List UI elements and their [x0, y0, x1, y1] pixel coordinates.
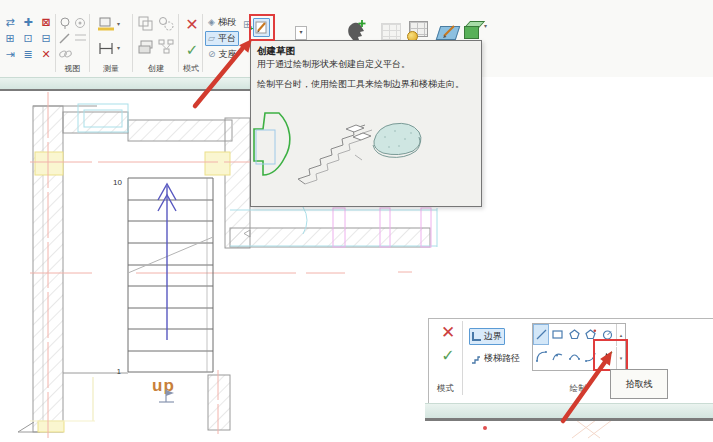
tooltip-body-2: 绘制平台时，使用绘图工具来绘制边界和楼梯走向。: [257, 78, 464, 91]
aligned-dimension-icon[interactable]: [97, 40, 115, 57]
railing-sketch-button[interactable]: [436, 23, 460, 41]
red-dot-mark: [483, 426, 487, 430]
riser-number-top: 10: [113, 178, 122, 187]
stair-path-label: 楼梯路径: [484, 352, 520, 365]
stair-path-icon: [471, 354, 481, 364]
schedule-nodes-icon[interactable]: [157, 38, 175, 56]
pick-line-tooltip-text: 拾取线: [626, 378, 653, 391]
cancel-sketch-button-2[interactable]: ✕: [439, 323, 457, 343]
delete-icon[interactable]: ✕: [38, 47, 54, 62]
modify-tool-icon[interactable]: ⊠: [38, 15, 54, 30]
gallery-dropdown-button[interactable]: ▾: [295, 26, 307, 40]
group-label-measure: 测量: [90, 64, 132, 74]
chevron-down-icon[interactable]: ▾: [484, 22, 487, 29]
pencil-icon: [442, 23, 458, 39]
set-workplane-icon[interactable]: [97, 16, 115, 33]
show-components-button[interactable]: [407, 21, 429, 42]
stair-path-button[interactable]: 楼梯路径: [469, 351, 522, 366]
app-window: 10 1 up ⇄ ✚ ⊠ ⊞ ⊡ ⊟ ⇥ ≣ ✕: [0, 0, 713, 442]
group-label-create: 创建: [134, 64, 178, 74]
chain-link-icon[interactable]: [58, 47, 74, 61]
pin-icon[interactable]: ⊟: [38, 31, 54, 46]
boundary-button[interactable]: 边界: [469, 328, 505, 345]
stairs-3d-sketch: [298, 125, 372, 184]
cube-front-face: [464, 26, 479, 39]
plan-highlight-yellow: [35, 152, 230, 432]
check-icon: ✓: [441, 347, 454, 364]
blue-inner-rect: [256, 130, 275, 164]
riser-number-bottom: 1: [117, 367, 121, 376]
group-separator: [132, 14, 133, 72]
dropdown-icon[interactable]: ▾: [117, 20, 120, 27]
tooltip-illustration: [253, 99, 479, 202]
pencil-guides-icon[interactable]: [58, 31, 88, 45]
lightbulb-icon[interactable]: [58, 15, 88, 31]
create-sketch-tooltip: 创建草图 用于通过绘制形状来创建自定义平台。 绘制平台时，使用绘图工具来绘制边界…: [250, 40, 482, 207]
modify-tool-icon[interactable]: ⊡: [20, 31, 36, 46]
modify-tool-icon[interactable]: ≣: [20, 47, 36, 62]
boundary-label: 边界: [484, 330, 502, 343]
stair-break-line: [128, 237, 213, 273]
modify-tool-icon[interactable]: ⇄: [2, 15, 18, 30]
landing-platform: [374, 123, 421, 154]
finish-sketch-button-2[interactable]: ✓: [439, 346, 457, 366]
chevron-down-icon: ▾: [299, 29, 302, 35]
panel-separator: [462, 321, 463, 395]
create-parts-icon[interactable]: [137, 38, 155, 56]
modify-tool-icon[interactable]: ✚: [20, 15, 36, 30]
dropdown-icon[interactable]: ▾: [117, 44, 120, 51]
group-label-view: 视图: [56, 64, 89, 74]
ref-plane-icon[interactable]: [137, 15, 155, 33]
tooltip-body-1: 用于通过绘制形状来创建自定义平台。: [257, 58, 410, 71]
edit-sketch-button-disabled[interactable]: [381, 23, 401, 40]
stair-direction-arrow: [158, 184, 176, 340]
boundary-l-icon: [472, 332, 481, 341]
panel-label-mode: 模式: [429, 383, 462, 395]
annotation-arrow-1: [178, 28, 273, 113]
annotation-arrow-2: [545, 338, 625, 428]
modify-tool-icon[interactable]: ⊞: [2, 31, 18, 46]
modify-tool-icon[interactable]: ⇥: [2, 47, 18, 62]
stair-run: [128, 178, 213, 372]
group-circles-icon[interactable]: [157, 15, 175, 33]
3d-view-button[interactable]: [463, 19, 483, 42]
close-icon: ✕: [441, 323, 455, 342]
green-boundary-shape: [254, 113, 290, 175]
